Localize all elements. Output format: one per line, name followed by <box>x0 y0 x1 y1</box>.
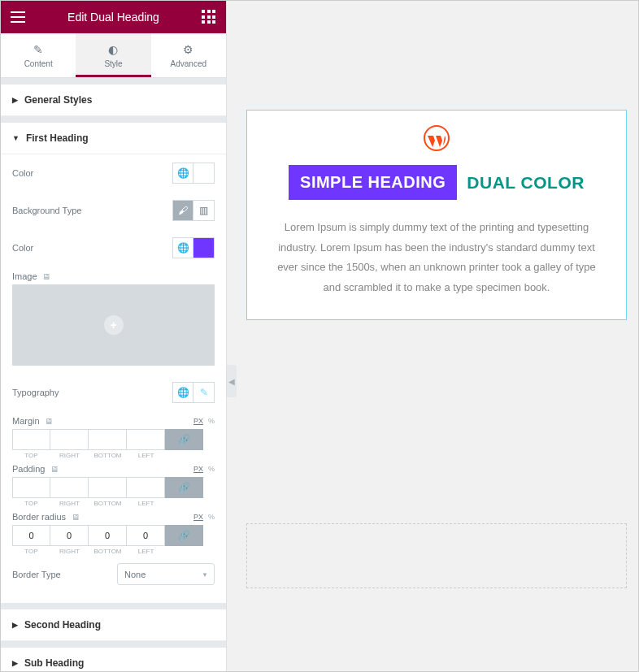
control-background-type: Background Type 🖌 ▥ <box>12 192 215 229</box>
tab-advanced[interactable]: ⚙Advanced <box>151 33 226 77</box>
unit-pct[interactable]: % <box>208 465 215 473</box>
plus-icon: + <box>104 315 124 335</box>
unit-px[interactable]: PX <box>193 465 203 473</box>
margin-bottom-input[interactable] <box>89 429 127 450</box>
section-second-heading[interactable]: ▶Second Heading <box>1 609 226 641</box>
app-root: Edit Dual Heading ✎Content ◐Style ⚙Advan… <box>0 0 639 672</box>
control-border-radius-label: Border radius 🖥 PX% <box>12 507 215 525</box>
radius-top-input[interactable] <box>12 525 50 546</box>
gear-icon: ⚙ <box>151 43 226 56</box>
panel-title: Edit Dual Heading <box>67 11 159 24</box>
apps-icon[interactable] <box>202 10 216 24</box>
control-color: Color 🌐 <box>12 154 215 192</box>
desktop-icon[interactable]: 🖥 <box>41 272 51 281</box>
globe-icon[interactable]: 🌐 <box>172 237 193 258</box>
link-icon: 🔗 <box>178 434 190 445</box>
image-dropzone[interactable]: + <box>12 284 215 366</box>
bg-color-swatch[interactable] <box>193 237 215 258</box>
pencil-icon: ✎ <box>200 387 208 398</box>
padding-right-input[interactable] <box>50 477 89 498</box>
wordpress-icon <box>424 125 450 151</box>
chevron-left-icon: ◀ <box>228 377 235 386</box>
tab-style[interactable]: ◐Style <box>76 33 150 77</box>
control-padding-label: Padding 🖥 PX% <box>12 459 215 477</box>
link-icon: 🔗 <box>178 482 190 493</box>
sub-heading-text: Lorem Ipsum is simply dummy text of the … <box>263 218 610 298</box>
bg-gradient-button[interactable]: ▥ <box>193 200 215 221</box>
edit-typography-button[interactable]: ✎ <box>193 382 215 403</box>
unit-px[interactable]: PX <box>193 513 203 521</box>
unit-switcher: PX% <box>193 465 215 473</box>
radius-right-input[interactable] <box>50 525 89 546</box>
control-margin-label: Margin 🖥 PX% <box>12 411 215 429</box>
dual-heading-widget[interactable]: SIMPLE HEADING DUAL COLOR Lorem Ipsum is… <box>246 110 627 320</box>
panel-tabs: ✎Content ◐Style ⚙Advanced <box>1 33 226 78</box>
margin-right-input[interactable] <box>50 429 89 450</box>
panel-header: Edit Dual Heading <box>1 1 226 33</box>
globe-icon[interactable]: 🌐 <box>172 163 193 184</box>
section-dropzone[interactable] <box>246 523 627 588</box>
controls-scroll[interactable]: ▶General Styles ▼First Heading Color 🌐 B… <box>1 78 226 671</box>
section-first-heading[interactable]: ▼First Heading <box>1 123 226 154</box>
preview-area[interactable]: ◀ SIMPLE HEADING DUAL COLOR Lorem Ipsum … <box>227 1 638 671</box>
first-heading-text: SIMPLE HEADING <box>289 165 457 200</box>
unit-pct[interactable]: % <box>208 417 215 425</box>
chevron-right-icon: ▶ <box>12 659 18 667</box>
link-values-button[interactable]: 🔗 <box>165 429 203 450</box>
link-icon: 🔗 <box>178 530 190 541</box>
first-heading-controls: Color 🌐 Background Type 🖌 ▥ Color <box>1 154 226 603</box>
margin-inputs: 🔗 <box>12 429 215 450</box>
margin-top-input[interactable] <box>12 429 50 450</box>
border-radius-inputs: 🔗 <box>12 525 215 546</box>
desktop-icon[interactable]: 🖥 <box>48 465 59 474</box>
control-border-type: Border Type None ▼ <box>12 555 215 593</box>
control-typography: Typography 🌐 ✎ <box>12 374 215 411</box>
section-general-styles[interactable]: ▶General Styles <box>1 85 226 116</box>
radius-left-input[interactable] <box>127 525 165 546</box>
contrast-icon: ◐ <box>76 43 150 56</box>
desktop-icon[interactable]: 🖥 <box>69 513 80 522</box>
link-values-button[interactable]: 🔗 <box>165 477 203 498</box>
pencil-icon: ✎ <box>1 43 76 56</box>
collapse-panel-button[interactable]: ◀ <box>227 365 237 397</box>
margin-left-input[interactable] <box>127 429 165 450</box>
padding-top-input[interactable] <box>12 477 50 498</box>
control-image-label: Image 🖥 <box>12 267 215 284</box>
control-bg-color: Color 🌐 <box>12 229 215 267</box>
desktop-icon[interactable]: 🖥 <box>43 417 54 426</box>
editor-sidebar: Edit Dual Heading ✎Content ◐Style ⚙Advan… <box>1 1 227 671</box>
padding-bottom-input[interactable] <box>89 477 127 498</box>
link-values-button[interactable]: 🔗 <box>165 525 203 546</box>
chevron-right-icon: ▶ <box>12 96 18 104</box>
section-sub-heading[interactable]: ▶Sub Heading <box>1 648 226 671</box>
padding-left-input[interactable] <box>127 477 165 498</box>
heading-row: SIMPLE HEADING DUAL COLOR <box>263 165 610 200</box>
radius-bottom-input[interactable] <box>89 525 127 546</box>
globe-icon[interactable]: 🌐 <box>172 382 193 403</box>
color-swatch[interactable] <box>193 163 215 184</box>
padding-inputs: 🔗 <box>12 477 215 498</box>
bg-classic-button[interactable]: 🖌 <box>172 200 193 221</box>
unit-px[interactable]: PX <box>193 417 203 425</box>
second-heading-text: DUAL COLOR <box>467 173 585 193</box>
chevron-right-icon: ▶ <box>12 621 18 629</box>
menu-icon[interactable] <box>11 10 25 24</box>
unit-pct[interactable]: % <box>208 513 215 521</box>
tab-content[interactable]: ✎Content <box>1 33 76 77</box>
unit-switcher: PX% <box>193 513 215 521</box>
unit-switcher: PX% <box>193 417 215 425</box>
border-type-select[interactable]: None <box>117 563 215 585</box>
chevron-down-icon: ▼ <box>12 134 20 142</box>
